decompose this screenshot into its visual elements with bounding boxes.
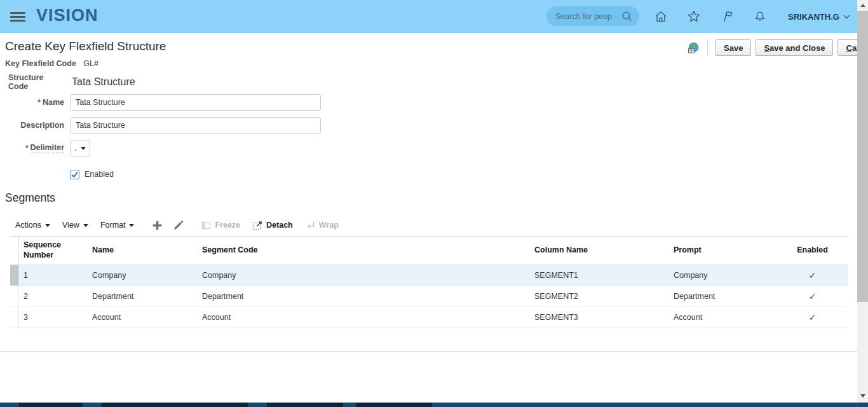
global-search[interactable] xyxy=(546,6,639,26)
content-divider xyxy=(0,351,857,352)
cell-prompt: Department xyxy=(668,292,776,301)
description-input[interactable] xyxy=(70,117,321,134)
row-selector[interactable] xyxy=(10,307,19,328)
col-name[interactable]: Name xyxy=(87,245,197,256)
cell-name: Company xyxy=(87,271,197,280)
vision-logo: VISION xyxy=(36,6,98,25)
view-menu[interactable]: View xyxy=(62,221,88,230)
cell-sequence: 3 xyxy=(19,313,87,322)
detach-button[interactable]: Detach xyxy=(253,221,293,230)
add-row-button[interactable] xyxy=(152,220,163,231)
col-enabled[interactable]: Enabled xyxy=(776,245,848,256)
table-row[interactable]: 3 Account Account SEGMENT3 Account ✓ xyxy=(10,307,848,328)
scrollbar-thumb[interactable] xyxy=(857,11,868,302)
favorites-star-icon[interactable] xyxy=(687,10,701,24)
freeze-button: Freeze xyxy=(201,221,240,230)
segments-table: Sequence Number Name Segment Code Column… xyxy=(10,236,848,328)
home-icon[interactable] xyxy=(654,10,668,24)
watchlist-flag-icon[interactable] xyxy=(720,10,734,24)
col-prompt[interactable]: Prompt xyxy=(668,245,776,256)
user-menu[interactable]: SRIKANTH.G xyxy=(788,12,850,22)
caret-icon xyxy=(129,224,134,227)
name-label: Name xyxy=(43,98,64,107)
cell-column-name: SEGMENT1 xyxy=(529,271,668,280)
bottom-edge-bar xyxy=(0,403,868,407)
search-input[interactable] xyxy=(546,12,621,21)
search-icon[interactable] xyxy=(621,11,633,22)
wrap-icon xyxy=(306,221,315,230)
format-menu[interactable]: Format xyxy=(100,221,135,230)
cell-column-name: SEGMENT3 xyxy=(529,313,668,322)
header-gutter xyxy=(10,237,19,265)
caret-icon xyxy=(45,224,50,227)
hamburger-menu-icon[interactable] xyxy=(10,12,25,22)
key-flexfield-code-label: Key Flexfield Code xyxy=(5,59,76,68)
delimiter-select[interactable]: . xyxy=(70,140,90,156)
top-navigation-bar: VISION SRIKANTH.G xyxy=(0,0,857,33)
description-label: Description xyxy=(20,121,64,130)
cell-segment-code: Department xyxy=(197,292,529,301)
globe-add-icon[interactable] xyxy=(688,42,700,54)
page-actions: Save Save and Close Cancel xyxy=(688,39,868,56)
scroll-down-button[interactable] xyxy=(857,390,868,401)
cell-column-name: SEGMENT2 xyxy=(529,292,668,301)
cell-enabled-check: ✓ xyxy=(776,291,848,301)
edit-row-button[interactable] xyxy=(173,220,184,231)
table-header-row: Sequence Number Name Segment Code Column… xyxy=(10,236,848,265)
col-segment-code[interactable]: Segment Code xyxy=(197,245,529,256)
divider xyxy=(707,40,708,55)
cell-name: Department xyxy=(87,292,197,301)
plus-icon xyxy=(152,220,163,231)
cell-sequence: 1 xyxy=(19,271,87,280)
scroll-up-button[interactable] xyxy=(857,0,868,11)
delimiter-label: Delimiter xyxy=(31,143,65,153)
cell-enabled-check: ✓ xyxy=(776,270,848,280)
col-sequence-number[interactable]: Sequence Number xyxy=(19,240,87,260)
chevron-down-icon xyxy=(843,15,850,19)
wrap-button: Wrap xyxy=(306,221,339,230)
name-input[interactable] xyxy=(70,94,321,111)
col-column-name[interactable]: Column Name xyxy=(529,245,668,256)
enabled-checkbox[interactable] xyxy=(70,170,79,179)
pencil-icon xyxy=(173,220,184,231)
cell-sequence: 2 xyxy=(19,292,87,301)
key-flexfield-code-value: GL# xyxy=(83,59,98,68)
structure-code-value: Tata Structure xyxy=(72,76,135,88)
table-row[interactable]: 2 Department Department SEGMENT2 Departm… xyxy=(10,286,848,307)
key-flexfield-code-line: Key Flexfield Code GL# xyxy=(5,59,98,68)
enabled-checkbox-label: Enabled xyxy=(85,170,114,179)
segments-toolbar: Actions View Format Freeze Detach Wra xyxy=(15,218,351,232)
freeze-table-icon xyxy=(201,221,211,230)
cell-name: Account xyxy=(87,313,197,322)
delimiter-value: . xyxy=(74,144,76,153)
save-button[interactable]: Save xyxy=(715,39,751,56)
row-selector[interactable] xyxy=(10,286,19,307)
actions-menu[interactable]: Actions xyxy=(15,221,50,230)
user-name: SRIKANTH.G xyxy=(788,12,839,22)
detach-window-icon xyxy=(253,221,262,230)
table-row[interactable]: 1 Company Company SEGMENT1 Company ✓ xyxy=(10,265,848,286)
cell-enabled-check: ✓ xyxy=(776,312,848,322)
row-selector[interactable] xyxy=(10,265,19,286)
checkmark-icon xyxy=(71,170,79,179)
caret-icon xyxy=(83,224,88,227)
required-marker: * xyxy=(37,98,41,107)
vertical-scrollbar[interactable] xyxy=(857,0,868,407)
segments-section-title: Segments xyxy=(5,191,55,205)
cell-segment-code: Account xyxy=(197,313,529,322)
structure-code-label: Structure Code xyxy=(0,73,64,91)
save-and-close-button[interactable]: Save and Close xyxy=(756,39,833,56)
cell-prompt: Company xyxy=(668,271,776,280)
cell-prompt: Account xyxy=(668,313,776,322)
cell-segment-code: Company xyxy=(197,271,529,280)
dropdown-caret-icon xyxy=(81,147,86,150)
notifications-bell-icon[interactable] xyxy=(753,10,767,24)
page-title: Create Key Flexfield Structure xyxy=(5,39,166,53)
